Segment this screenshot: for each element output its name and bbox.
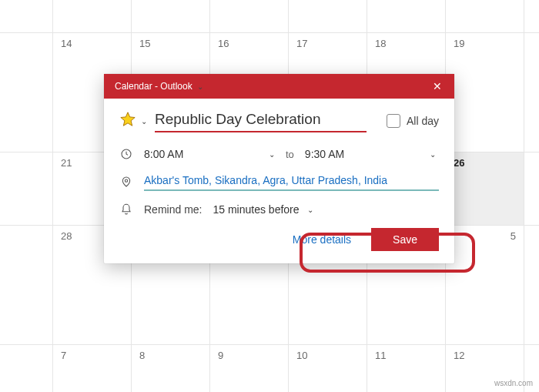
location-icon [119,176,133,188]
cal-cell[interactable]: 10 [288,344,367,392]
cal-cell[interactable]: 9 [209,344,288,392]
popup-header: Calendar - Outlook ⌄ ✕ [104,74,454,99]
title-row: ⌄ All day [119,109,439,132]
star-icon[interactable] [119,111,136,131]
event-title-input[interactable] [155,109,367,132]
cal-cell[interactable] [524,225,539,344]
watermark: wsxdn.com [494,379,533,387]
chevron-down-icon[interactable]: ⌄ [141,117,147,126]
cal-cell[interactable] [0,225,52,344]
chevron-down-icon: ⌄ [430,150,436,159]
cal-cell[interactable]: 8 [131,344,209,392]
save-button[interactable]: Save [371,228,439,251]
cal-cell[interactable] [524,32,539,152]
end-time-select[interactable]: 9:30 AM ⌄ [305,148,436,160]
svg-marker-0 [121,112,135,126]
cal-cell[interactable] [0,0,52,32]
cal-cell[interactable] [445,0,524,32]
all-day-label: All day [407,115,439,127]
cal-cell[interactable] [524,0,539,32]
cal-cell[interactable] [524,152,539,225]
cal-cell[interactable] [209,0,288,32]
day-number: 26 [454,157,464,169]
svg-point-2 [125,179,127,182]
close-button[interactable]: ✕ [428,77,447,95]
start-time-value: 8:00 AM [144,148,183,160]
calendar-selector[interactable]: Calendar - Outlook ⌄ [115,81,203,92]
cal-cell[interactable] [0,152,52,225]
chevron-down-icon: ⌄ [307,206,313,214]
popup-header-label: Calendar - Outlook [115,81,192,92]
chevron-down-icon: ⌄ [269,150,275,159]
to-label: to [286,149,294,160]
clock-icon [119,148,133,160]
cal-cell[interactable]: 11 [367,344,445,392]
cal-cell[interactable] [367,0,445,32]
bell-icon [119,203,133,216]
checkbox-icon [387,114,400,128]
more-details-link[interactable]: More details [293,233,351,246]
start-time-select[interactable]: 8:00 AM ⌄ [144,148,275,160]
cal-cell[interactable] [0,344,52,392]
close-icon: ✕ [433,80,442,92]
reminder-select[interactable]: 15 minutes before ⌄ [213,203,313,216]
cal-cell[interactable]: 19 [445,32,524,152]
remind-label: Remind me: [144,203,202,216]
cal-cell[interactable]: 5 [445,225,524,344]
reminder-row: Remind me: 15 minutes before ⌄ [119,203,439,216]
cal-cell[interactable] [288,0,367,32]
chevron-down-icon: ⌄ [197,82,203,91]
cal-cell[interactable]: 7 [52,344,131,392]
location-input[interactable] [144,173,439,191]
location-row [119,173,439,191]
time-row: 8:00 AM ⌄ to 9:30 AM ⌄ [119,148,439,160]
event-popup: Calendar - Outlook ⌄ ✕ ⌄ All day [104,74,454,263]
all-day-toggle[interactable]: All day [387,114,439,128]
popup-body: ⌄ All day 8:00 AM ⌄ to 9:30 AM ⌄ [104,99,454,263]
popup-footer: More details Save [119,228,439,251]
cal-cell-today[interactable]: 26 [445,152,524,225]
cal-cell[interactable] [52,0,131,32]
end-time-value: 9:30 AM [305,148,344,160]
cal-cell[interactable] [131,0,209,32]
reminder-value: 15 minutes before [213,203,299,216]
cal-cell[interactable] [0,32,52,152]
